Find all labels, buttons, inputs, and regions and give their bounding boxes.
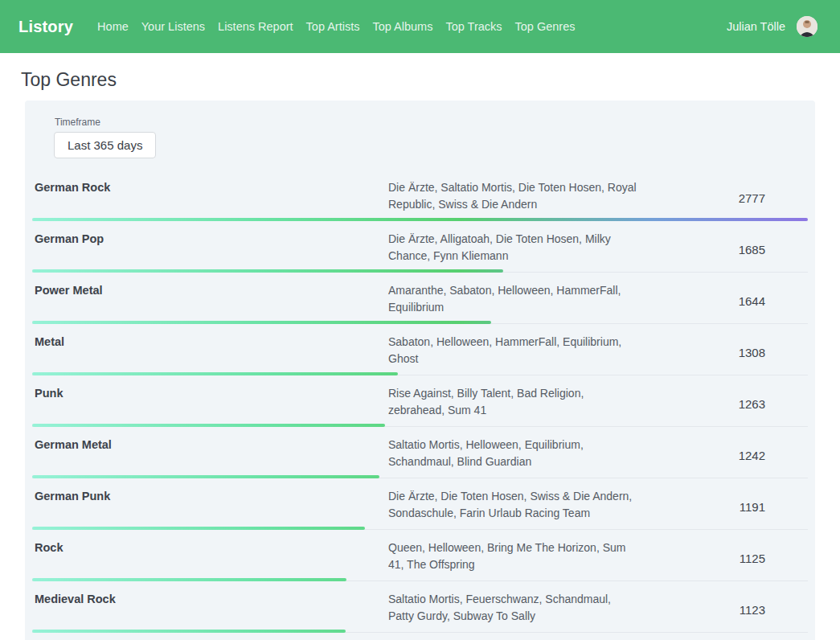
nav-item-home[interactable]: Home: [91, 15, 135, 38]
genre-top-artists: Queen, Helloween, Bring Me The Horizon, …: [388, 539, 637, 581]
genre-listen-count: 1191: [637, 500, 808, 517]
genre-top-artists: Die Ärzte, Die Toten Hosen, Swiss & Die …: [388, 488, 637, 529]
genre-top-artists: Saltatio Mortis, Helloween, Equilibrium,…: [388, 437, 637, 478]
table-row: German PopDie Ärzte, Alligatoah, Die Tot…: [32, 221, 808, 273]
table-row: MetalSabaton, Helloween, HammerFall, Equ…: [32, 324, 808, 375]
nav-item-your-listens[interactable]: Your Listens: [135, 15, 211, 38]
genre-listen-count: 1242: [637, 449, 808, 466]
genres-table: German RockDie Ärzte, Saltatio Mortis, D…: [32, 170, 808, 640]
nav-item-top-genres[interactable]: Top Genres: [509, 15, 582, 38]
table-row: PunkRise Against, Billy Talent, Bad Reli…: [32, 375, 808, 427]
genre-top-artists: Die Ärzte, Alligatoah, Die Toten Hosen, …: [388, 231, 637, 272]
table-row: Melodic MetalUnleash The Archers, Hellow…: [32, 633, 808, 640]
genre-listen-count: 1125: [637, 552, 808, 568]
app-header: Listory HomeYour ListensListens ReportTo…: [0, 0, 840, 53]
genre-top-artists: Die Ärzte, Saltatio Mortis, Die Toten Ho…: [388, 179, 637, 220]
page-title: Top Genres: [21, 69, 840, 91]
nav-item-top-tracks[interactable]: Top Tracks: [439, 15, 508, 38]
genre-listen-count: 2777: [637, 191, 808, 208]
table-row: German PunkDie Ärzte, Die Toten Hosen, S…: [32, 478, 808, 530]
genre-name: Metal: [32, 334, 388, 375]
app-logo[interactable]: Listory: [18, 18, 73, 36]
user-name: Julian Tölle: [727, 20, 785, 33]
user-avatar[interactable]: [797, 16, 817, 37]
genre-listen-count: 1685: [637, 243, 808, 260]
timeframe-label: Timeframe: [55, 117, 808, 128]
genre-top-artists: Rise Against, Billy Talent, Bad Religion…: [388, 385, 637, 426]
table-row: RockQueen, Helloween, Bring Me The Horiz…: [32, 530, 808, 581]
genre-name: Punk: [32, 385, 388, 426]
nav-item-top-albums[interactable]: Top Albums: [366, 15, 439, 38]
nav-item-top-artists[interactable]: Top Artists: [300, 15, 367, 38]
genre-name: German Rock: [32, 179, 388, 220]
nav-item-listens-report[interactable]: Listens Report: [211, 15, 300, 38]
table-row: German MetalSaltatio Mortis, Helloween, …: [32, 427, 808, 478]
genre-top-artists: Saltatio Mortis, Feuerschwanz, Schandmau…: [388, 591, 637, 632]
genre-top-artists: Amaranthe, Sabaton, Helloween, HammerFal…: [388, 282, 637, 323]
genre-listen-count: 1263: [637, 397, 808, 414]
top-genres-card: Timeframe Last 365 days German RockDie Ä…: [25, 101, 815, 640]
main-content: Top Genres Timeframe Last 365 days Germa…: [0, 69, 840, 640]
main-nav: HomeYour ListensListens ReportTop Artist…: [91, 15, 581, 38]
timeframe-select[interactable]: Last 365 days: [54, 132, 156, 158]
table-row: Power MetalAmaranthe, Sabaton, Helloween…: [32, 273, 808, 324]
table-row: German RockDie Ärzte, Saltatio Mortis, D…: [32, 170, 808, 221]
genre-listen-count: 1644: [637, 294, 808, 311]
genre-top-artists: Sabaton, Helloween, HammerFall, Equilibr…: [388, 334, 637, 375]
table-row: Medieval RockSaltatio Mortis, Feuerschwa…: [32, 581, 808, 633]
genre-listen-count: 1308: [637, 346, 808, 363]
genre-listen-count: 1123: [637, 603, 808, 620]
genre-name: Medieval Rock: [32, 591, 388, 632]
user-area: Julian Tölle: [727, 16, 817, 37]
genre-name: German Punk: [32, 488, 388, 529]
genre-name: German Pop: [32, 231, 388, 272]
avatar-image: [797, 16, 817, 37]
genre-name: Power Metal: [32, 282, 388, 323]
genre-name: Rock: [32, 539, 388, 581]
genre-name: German Metal: [32, 437, 388, 478]
